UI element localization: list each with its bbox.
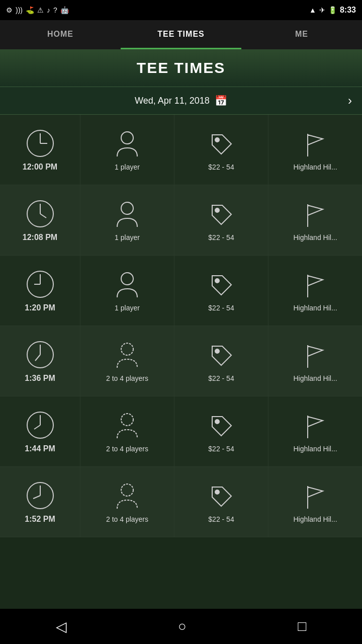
svg-point-15 [121, 273, 133, 285]
status-icons-left: ⚙ ))) ⛳ ⚠ ♪ ? 🤖 [6, 6, 69, 14]
svg-point-34 [215, 490, 219, 494]
flag-icon [300, 340, 330, 370]
bottom-nav: ◁ ○ □ [0, 609, 362, 644]
player-icon [112, 129, 142, 159]
battery-icon: 🔋 [328, 6, 337, 14]
price-tag-icon [206, 129, 236, 159]
page-header: TEE TIMES [0, 49, 362, 87]
chevron-right-icon[interactable]: › [348, 94, 352, 108]
price-label-3: $22 - 54 [208, 374, 234, 382]
player-icon [112, 199, 142, 229]
flag-icon [300, 129, 330, 159]
table-row[interactable]: 1:20 PM 1 player $22 - 54 Highland Hil..… [0, 256, 362, 326]
table-row[interactable]: 12:00 PM 1 player $22 - 54 Highland Hil.… [0, 115, 362, 185]
table-row[interactable]: 1:44 PM 2 to 4 players $22 - 54 Highland… [0, 396, 362, 467]
course-label-2: Highland Hil... [293, 304, 337, 312]
flag-icon [300, 481, 330, 511]
clock-icon [25, 340, 55, 370]
flag-icon [300, 270, 330, 300]
player-icon [112, 411, 142, 441]
svg-point-33 [121, 484, 133, 496]
time-cell: 12:00 PM [0, 115, 80, 185]
tee-time-1: 12:08 PM [23, 233, 57, 242]
alert-icon: ⚠ [37, 6, 44, 14]
tee-time-0: 12:00 PM [23, 163, 57, 172]
help-icon: ? [53, 6, 57, 14]
player-icon [112, 481, 142, 511]
price-tag-icon [206, 340, 236, 370]
svg-point-21 [121, 343, 133, 355]
airplane-icon: ✈ [319, 6, 325, 14]
price-label-4: $22 - 54 [208, 445, 234, 453]
course-cell: Highland Hil... [268, 115, 362, 185]
player-icon [112, 340, 142, 370]
tab-home[interactable]: HOME [0, 20, 121, 49]
time-cell: 1:44 PM [0, 396, 80, 466]
time-cell: 12:08 PM [0, 185, 80, 255]
svg-point-9 [121, 202, 133, 214]
svg-line-8 [40, 214, 46, 218]
players-cell: 2 to 4 players [80, 326, 174, 396]
wifi-signal-icon: ▲ [309, 6, 316, 14]
svg-point-28 [215, 420, 219, 424]
table-row[interactable]: 1:36 PM 2 to 4 players $22 - 54 Highland… [0, 326, 362, 396]
price-tag-icon [206, 199, 236, 229]
players-cell: 2 to 4 players [80, 467, 174, 537]
settings-icon: ⚙ [6, 6, 13, 14]
clock-icon [25, 199, 55, 229]
price-label-1: $22 - 54 [208, 233, 234, 242]
golf-icon: ⛳ [26, 6, 34, 14]
date-display: Wed, Apr 11, 2018 📅 [135, 95, 227, 107]
date-text: Wed, Apr 11, 2018 [135, 96, 210, 106]
table-row[interactable]: 12:08 PM 1 player $22 - 54 Highland Hil.… [0, 185, 362, 256]
course-label-0: Highland Hil... [293, 163, 337, 171]
recent-button[interactable]: □ [298, 618, 306, 634]
price-label-0: $22 - 54 [208, 163, 234, 171]
tee-time-4: 1:44 PM [25, 444, 55, 453]
home-button[interactable]: ○ [178, 618, 187, 634]
tab-me[interactable]: ME [241, 20, 362, 49]
nav-tabs: HOME TEE TIMES ME [0, 20, 362, 49]
tee-times-list: 12:00 PM 1 player $22 - 54 Highland Hil.… [0, 115, 362, 609]
android-icon: 🤖 [60, 6, 69, 14]
course-cell: Highland Hil... [268, 396, 362, 466]
course-label-1: Highland Hil... [293, 233, 337, 242]
svg-point-22 [215, 349, 219, 353]
svg-point-27 [121, 414, 133, 426]
time-cell: 1:36 PM [0, 326, 80, 396]
price-cell: $22 - 54 [174, 256, 268, 326]
table-row[interactable]: 1:52 PM 2 to 4 players $22 - 54 Highland… [0, 467, 362, 537]
players-cell: 1 player [80, 256, 174, 326]
date-selector[interactable]: Wed, Apr 11, 2018 📅 › [0, 87, 362, 115]
clock-icon [25, 480, 55, 511]
tee-time-5: 1:52 PM [25, 515, 55, 524]
svg-point-16 [215, 279, 219, 283]
price-cell: $22 - 54 [174, 467, 268, 537]
status-icons-right: ▲ ✈ 🔋 8:33 [309, 6, 356, 15]
clock-icon [25, 410, 55, 440]
tab-tee-times[interactable]: TEE TIMES [121, 20, 241, 49]
flag-icon [300, 411, 330, 441]
status-bar: ⚙ ))) ⛳ ⚠ ♪ ? 🤖 ▲ ✈ 🔋 8:33 [0, 0, 362, 20]
time-cell: 1:20 PM [0, 256, 80, 326]
svg-line-32 [33, 496, 40, 499]
price-label-2: $22 - 54 [208, 304, 234, 312]
back-button[interactable]: ◁ [56, 618, 67, 635]
clock-icon [25, 269, 55, 299]
course-cell: Highland Hil... [268, 185, 362, 255]
tee-time-3: 1:36 PM [25, 374, 55, 383]
players-label-4: 2 to 4 players [106, 445, 148, 453]
wifi-icon: ))) [16, 6, 23, 14]
course-cell: Highland Hil... [268, 467, 362, 537]
players-label-1: 1 player [115, 233, 140, 242]
flag-icon [300, 199, 330, 229]
players-label-3: 2 to 4 players [106, 374, 148, 382]
svg-point-3 [121, 132, 133, 144]
players-cell: 1 player [80, 115, 174, 185]
price-tag-icon [206, 270, 236, 300]
course-label-4: Highland Hil... [293, 445, 337, 453]
players-label-5: 2 to 4 players [106, 515, 148, 523]
price-tag-icon [206, 481, 236, 511]
svg-point-10 [215, 208, 219, 212]
clock-icon [25, 128, 55, 158]
